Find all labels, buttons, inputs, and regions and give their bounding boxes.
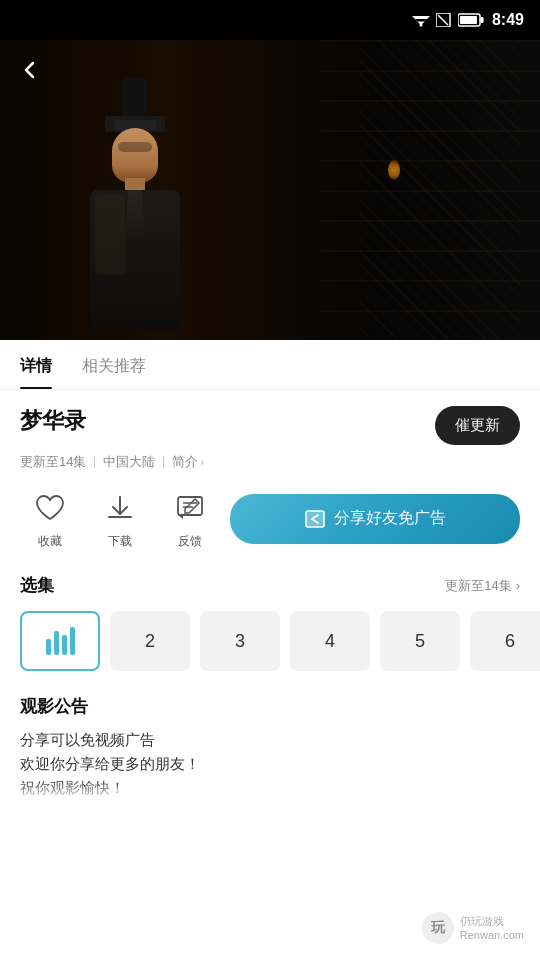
wifi-icon	[412, 13, 430, 27]
title-row: 梦华录 催更新	[20, 406, 520, 445]
intro-link[interactable]: 简介 ›	[172, 453, 204, 471]
collect-label: 收藏	[38, 533, 62, 550]
region: 中国大陆	[103, 453, 155, 471]
show-title: 梦华录	[20, 406, 86, 436]
share-icon	[304, 508, 326, 530]
svg-point-3	[419, 24, 422, 27]
tabs-row: 详情 相关推荐	[0, 340, 540, 390]
playing-bars-icon	[46, 627, 75, 655]
battery-icon	[458, 13, 484, 27]
episode-item-2[interactable]: 2	[110, 611, 190, 671]
tab-detail[interactable]: 详情	[20, 356, 52, 389]
episode-item-1[interactable]	[20, 611, 100, 671]
svg-rect-12	[306, 511, 324, 527]
tab-related[interactable]: 相关推荐	[82, 356, 146, 389]
notice-text: 分享可以免视频广告 欢迎你分享给更多的朋友！ 祝你观影愉快！	[20, 728, 520, 800]
episodes-update-link[interactable]: 更新至14集 ›	[445, 577, 520, 595]
status-time: 8:49	[492, 11, 524, 29]
svg-rect-8	[460, 16, 477, 24]
download-label: 下载	[108, 533, 132, 550]
status-bar: 8:49	[0, 0, 540, 40]
download-icon	[99, 487, 141, 529]
meta-separator	[94, 456, 95, 468]
content-area: 梦华录 催更新 更新至14集 中国大陆 简介 › 收藏	[0, 390, 540, 816]
episode-grid: 2 3 4 5 6	[20, 611, 520, 671]
heart-icon	[29, 487, 71, 529]
episode-item-5[interactable]: 5	[380, 611, 460, 671]
feedback-label: 反馈	[178, 533, 202, 550]
svg-line-5	[438, 15, 448, 25]
episode-item-3[interactable]: 3	[200, 611, 280, 671]
watermark-icon: 玩	[422, 912, 454, 944]
signal-off-icon	[436, 13, 452, 27]
collect-action[interactable]: 收藏	[20, 487, 80, 550]
download-action[interactable]: 下载	[90, 487, 150, 550]
meta-separator-2	[163, 456, 164, 468]
feedback-icon	[169, 487, 211, 529]
episodes-section-title: 选集	[20, 574, 54, 597]
episodes-header: 选集 更新至14集 ›	[20, 574, 520, 597]
notice-title: 观影公告	[20, 695, 520, 718]
episode-item-6[interactable]: 6	[470, 611, 540, 671]
status-icons	[412, 13, 484, 27]
update-button[interactable]: 催更新	[435, 406, 520, 445]
video-area	[0, 40, 540, 340]
share-ad-label: 分享好友免广告	[334, 508, 446, 529]
action-row: 收藏 下载	[20, 487, 520, 550]
chevron-right-icon-2: ›	[516, 578, 520, 593]
svg-rect-7	[480, 17, 483, 23]
feedback-action[interactable]: 反馈	[160, 487, 220, 550]
actor-figure	[40, 60, 260, 320]
share-ad-button[interactable]: 分享好友免广告	[230, 494, 520, 544]
back-button[interactable]	[12, 52, 48, 88]
update-info: 更新至14集	[20, 453, 86, 471]
notice-section: 观影公告 分享可以免视频广告 欢迎你分享给更多的朋友！ 祝你观影愉快！	[20, 695, 520, 800]
watermark-text: 仍玩游戏 Renwan.com	[460, 914, 524, 943]
chevron-right-icon: ›	[200, 456, 204, 468]
episode-item-4[interactable]: 4	[290, 611, 370, 671]
video-bg	[0, 40, 540, 340]
watermark: 玩 仍玩游戏 Renwan.com	[422, 912, 524, 944]
meta-row: 更新至14集 中国大陆 简介 ›	[20, 453, 520, 471]
